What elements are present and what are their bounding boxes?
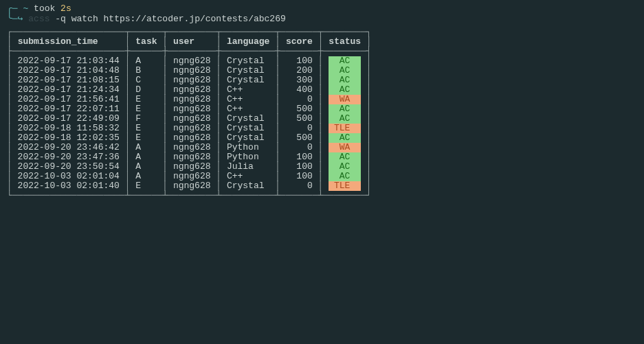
status-badge: WA xyxy=(329,143,361,152)
status-badge: AC xyxy=(329,162,361,172)
cell-lang: Crystal xyxy=(221,56,275,66)
cell-task: D xyxy=(130,84,162,95)
header-task: task xyxy=(135,36,157,47)
prompt-arrow: ↪ xyxy=(18,14,23,24)
cell-time: 2022-10-03 02:01:40 xyxy=(12,181,125,191)
cell-task: F xyxy=(130,113,162,124)
cell-time: 2022-09-20 23:47:36 xyxy=(12,152,125,162)
status-badge: WA xyxy=(329,95,361,104)
table-row: │ 2022-09-18 12:02:35 │ E │ ngng628 │ Cr… xyxy=(7,133,372,143)
header-submission-time: submission_time xyxy=(18,36,98,47)
cell-user: ngng628 xyxy=(168,104,216,114)
cell-score: 0 xyxy=(280,94,318,104)
table-row: │ 2022-09-17 21:03:44 │ A │ ngng628 │ Cr… xyxy=(7,56,372,66)
header-language: language xyxy=(227,36,269,47)
header-score: score xyxy=(286,36,313,47)
cell-user: ngng628 xyxy=(168,113,216,124)
cell-task: A xyxy=(130,171,162,181)
cell-time: 2022-09-17 21:56:41 xyxy=(12,94,125,104)
cell-task: A xyxy=(130,161,162,172)
table-row: │ 2022-09-20 23:46:42 │ A │ ngng628 │ Py… xyxy=(7,143,372,152)
table-row: │ 2022-09-17 21:08:15 │ C │ ngng628 │ Cr… xyxy=(7,76,372,85)
cell-score: 100 xyxy=(280,171,318,181)
cell-lang: Crystal xyxy=(221,133,275,143)
cell-time: 2022-09-17 21:04:48 xyxy=(12,65,125,76)
table-row: │ 2022-09-17 21:24:34 │ D │ ngng628 │ C+… xyxy=(7,85,372,95)
cell-task: A xyxy=(130,142,162,152)
table-row: │ 2022-09-20 23:50:54 │ A │ ngng628 │ Ju… xyxy=(7,162,372,172)
submission-table: ┌─────────────────────┬──────┬─────────┬… xyxy=(7,27,372,200)
cell-lang: Crystal xyxy=(221,113,275,124)
cell-score: 500 xyxy=(280,133,318,143)
cell-score: 500 xyxy=(280,104,318,114)
cell-time: 2022-09-17 21:24:34 xyxy=(12,84,125,95)
cell-task: C xyxy=(130,75,162,85)
cell-lang: Python xyxy=(221,142,275,152)
cell-score: 100 xyxy=(280,56,318,66)
cell-time: 2022-09-17 21:03:44 xyxy=(12,56,125,66)
cell-time: 2022-09-18 11:58:32 xyxy=(12,123,125,133)
table-header-row: │ submission_time │ task │ user │ langua… xyxy=(7,37,372,47)
status-badge: AC xyxy=(329,85,361,95)
status-badge: AC xyxy=(329,172,361,181)
status-badge: AC xyxy=(329,114,361,124)
prompt-line-1: ╭─ ~ took 2s xyxy=(7,4,637,14)
table-row: │ 2022-10-03 02:01:04 │ A │ ngng628 │ C+… xyxy=(7,172,372,181)
cell-score: 200 xyxy=(280,65,318,76)
table-row: │ 2022-09-17 22:07:11 │ E │ ngng628 │ C+… xyxy=(7,104,372,114)
header-status: status xyxy=(329,36,361,47)
cell-user: ngng628 xyxy=(168,123,216,133)
table-row: │ 2022-09-17 22:49:09 │ F │ ngng628 │ Cr… xyxy=(7,114,372,124)
prompt-line-2: ╰─↪ acss -q watch https://atcoder.jp/con… xyxy=(7,14,637,24)
prompt-duration: 2s xyxy=(60,3,71,14)
cell-lang: Julia xyxy=(221,161,275,172)
table-row: │ 2022-09-20 23:47:36 │ A │ ngng628 │ Py… xyxy=(7,152,372,162)
cell-lang: Crystal xyxy=(221,123,275,133)
cell-user: ngng628 xyxy=(168,56,216,66)
cell-user: ngng628 xyxy=(168,133,216,143)
status-badge: AC xyxy=(329,76,361,85)
table-border-top: ┌─────────────────────┬──────┬─────────┬… xyxy=(7,27,372,37)
cell-user: ngng628 xyxy=(168,161,216,172)
cell-task: E xyxy=(130,133,162,143)
cell-task: E xyxy=(130,94,162,104)
cell-task: B xyxy=(130,65,162,76)
prompt-cmd: acss xyxy=(28,14,49,24)
table-row: │ 2022-09-17 21:04:48 │ B │ ngng628 │ Cr… xyxy=(7,66,372,76)
cell-user: ngng628 xyxy=(168,142,216,152)
cell-lang: C++ xyxy=(221,171,275,181)
cell-lang: C++ xyxy=(221,84,275,95)
cell-user: ngng628 xyxy=(168,65,216,76)
cell-task: A xyxy=(130,56,162,66)
cell-lang: C++ xyxy=(221,104,275,114)
cell-score: 400 xyxy=(280,84,318,95)
cell-lang: C++ xyxy=(221,94,275,104)
status-badge: AC xyxy=(329,104,361,114)
cell-task: E xyxy=(130,181,162,191)
table-row: │ 2022-09-18 11:58:32 │ E │ ngng628 │ Cr… xyxy=(7,124,372,133)
cell-score: 0 xyxy=(280,123,318,133)
header-user: user xyxy=(173,36,195,47)
prompt-corner: ╭─ xyxy=(7,3,18,14)
cell-user: ngng628 xyxy=(168,171,216,181)
cell-time: 2022-09-17 22:07:11 xyxy=(12,104,125,114)
status-badge: AC xyxy=(329,152,361,162)
cell-task: A xyxy=(130,152,162,162)
cell-user: ngng628 xyxy=(168,94,216,104)
cell-score: 100 xyxy=(280,152,318,162)
cell-score: 500 xyxy=(280,113,318,124)
cell-lang: Crystal xyxy=(221,65,275,76)
cell-time: 2022-09-20 23:50:54 xyxy=(12,161,125,172)
cell-task: E xyxy=(130,123,162,133)
cell-time: 2022-09-18 12:02:35 xyxy=(12,133,125,143)
prompt-tilde: ~ xyxy=(23,3,28,14)
table-row: │ 2022-10-03 02:01:40 │ E │ ngng628 │ Cr… xyxy=(7,181,372,191)
status-badge: AC xyxy=(329,56,361,66)
cell-lang: Crystal xyxy=(221,181,275,191)
cell-task: E xyxy=(130,104,162,114)
status-badge: TLE xyxy=(329,124,361,133)
prompt-corner-bottom: ╰─ xyxy=(7,14,18,24)
status-badge: AC xyxy=(329,133,361,143)
cell-time: 2022-09-20 23:46:42 xyxy=(12,142,125,152)
table-border-mid: ├─────────────────────┼──────┼─────────┼… xyxy=(7,47,372,56)
